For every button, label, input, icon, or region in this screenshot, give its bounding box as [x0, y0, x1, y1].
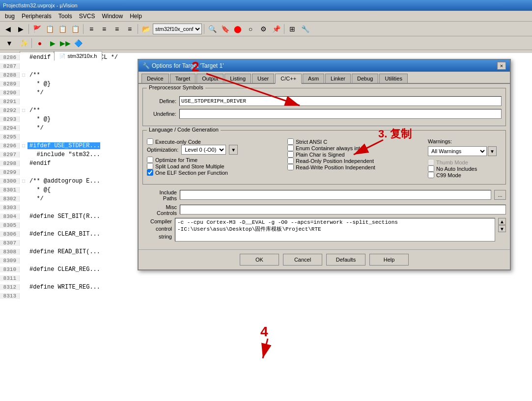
back-button[interactable]: ◀ [2, 23, 14, 35]
line-number: 8292 [0, 107, 20, 113]
misc-controls-input[interactable] [180, 205, 506, 214]
menu-tools[interactable]: Tools [56, 12, 75, 21]
align-button-2[interactable]: ≡ [98, 23, 110, 35]
stm32-icon: 📄 [59, 53, 65, 59]
preprocessor-group: Preprocessor Symbols Define: Undefine: [142, 88, 506, 126]
flag-button[interactable]: 🚩 [31, 23, 43, 35]
plain-char-checkbox[interactable] [287, 151, 294, 158]
line-number: 8288 [0, 72, 20, 78]
optimization-select[interactable]: Level 0 (-O0) [181, 145, 226, 155]
dialog-tab-debug[interactable]: Debug [352, 74, 378, 83]
line-number: 8308 [0, 249, 20, 255]
menu-bug[interactable]: bug [2, 12, 18, 21]
menu-peripherals[interactable]: Peripherals [19, 12, 55, 21]
code-line: 8313 [0, 292, 532, 300]
c99-mode-checkbox[interactable] [428, 172, 434, 178]
enum-container-checkbox[interactable] [287, 145, 294, 151]
execute-only-checkbox[interactable] [147, 138, 153, 145]
align-button-3[interactable]: ≡ [111, 23, 123, 35]
line-number: 8310 [0, 267, 20, 272]
toolbar2-separator-1 [31, 38, 32, 48]
warnings-dropdown-btn[interactable]: ▼ [488, 146, 497, 156]
line-number: 8289 [0, 81, 20, 87]
misc-controls-row: MiscControls [142, 203, 506, 216]
layout-button[interactable]: ⊞ [286, 23, 298, 35]
enum-container-row: Enum Container always int [287, 145, 418, 151]
secondary-dropdown[interactable]: ▼ [2, 37, 17, 49]
optimize-time-checkbox[interactable] [147, 157, 153, 163]
c99-mode-row: C99 Mode [428, 172, 502, 178]
ok-button[interactable]: OK [240, 254, 279, 266]
warnings-select[interactable]: All Warnings [428, 146, 487, 156]
optimization-label: Optimization: [147, 147, 178, 153]
execute-only-label: Execute-only Code [155, 139, 201, 145]
tab-stm32f10x-h[interactable]: 📄 stm32f10x.h [54, 51, 102, 61]
dialog-tab-listing[interactable]: Listing [224, 74, 251, 83]
dialog-tab-c-c--[interactable]: C/C++ [275, 74, 302, 84]
cancel-button[interactable]: Cancel [283, 254, 322, 266]
bookmark-button[interactable]: 🔖 [219, 23, 231, 35]
search-button[interactable]: 🔍 [206, 23, 218, 35]
magic-button[interactable]: ✨ [18, 37, 29, 49]
dialog-tab-utilities[interactable]: Utilities [379, 74, 407, 83]
align-button-1[interactable]: ≡ [85, 23, 97, 35]
define-input[interactable] [179, 96, 502, 106]
split-load-checkbox[interactable] [147, 163, 153, 169]
file-dropdown[interactable]: stm32f10x_conf [153, 24, 202, 34]
menu-window[interactable]: Window [99, 12, 126, 21]
thumb-mode-checkbox[interactable] [428, 159, 434, 165]
line-content: */ [28, 125, 44, 132]
line-number: 8286 [0, 54, 20, 60]
compiler-scroll-up[interactable]: ▲ [498, 218, 506, 225]
strict-ansi-checkbox[interactable] [287, 138, 294, 145]
align-button-4[interactable]: ≡ [124, 23, 136, 35]
dialog-icon: 🔧 [142, 62, 150, 69]
one-elf-checkbox[interactable] [147, 169, 153, 176]
help-button[interactable]: Help [369, 254, 409, 266]
no-auto-includes-checkbox[interactable] [428, 165, 434, 172]
build-button-4[interactable]: 🔷 [72, 37, 84, 49]
dialog-tab-output[interactable]: Output [196, 74, 224, 83]
compiler-scroll-down[interactable]: ▼ [498, 225, 506, 232]
compiler-line-2: -IC:\Users\asus\Desktop\固件库模板\Project\RT… [177, 225, 493, 233]
toolbar-separator-5 [284, 24, 284, 34]
forward-button[interactable]: ▶ [15, 23, 27, 35]
copy-button-2[interactable]: 📋 [56, 23, 68, 35]
toolbar-main: ◀ ▶ 🚩 📋 📋 📋 ≡ ≡ ≡ ≡ 📂 stm32f10x_conf 🔍 🔖… [0, 22, 532, 36]
copy-button-1[interactable]: 📋 [44, 23, 56, 35]
file-icon-button[interactable]: 📂 [140, 23, 152, 35]
line-content: #define READ_BIT(... [28, 248, 100, 255]
build-button-2[interactable]: ▶ [47, 37, 58, 49]
defaults-button[interactable]: Defaults [326, 254, 365, 266]
include-paths-browse-btn[interactable]: ... [494, 190, 506, 200]
optimize-time-row: Optimize for Time [147, 157, 278, 163]
dialog-tab-user[interactable]: User [252, 74, 274, 83]
dialog-tab-target[interactable]: Target [170, 74, 196, 83]
read-only-pos-checkbox[interactable] [287, 158, 294, 164]
menu-help[interactable]: Help [127, 12, 145, 21]
pin-button[interactable]: 📌 [270, 23, 282, 35]
settings-button[interactable]: ⚙ [257, 23, 269, 35]
dialog-tab-device[interactable]: Device [141, 74, 169, 83]
copy-button-3[interactable]: 📋 [69, 23, 81, 35]
dialog-tab-asm[interactable]: Asm [303, 74, 324, 83]
include-paths-input[interactable] [180, 190, 491, 200]
stop-button[interactable]: ⬤ [232, 23, 244, 35]
warnings-column: Warnings: All Warnings ▼ Thumb Mode No A… [428, 138, 502, 178]
line-number: 8302 [0, 196, 20, 202]
circle-button[interactable]: ○ [245, 23, 256, 35]
dialog-tab-linker[interactable]: Linker [325, 74, 351, 83]
misc-controls-label: MiscControls [142, 203, 177, 216]
build-button-1[interactable]: ● [34, 37, 46, 49]
undefine-input[interactable] [179, 109, 502, 119]
line-number: 8291 [0, 99, 20, 105]
wrench-button[interactable]: 🔧 [299, 23, 311, 35]
line-number: 8294 [0, 125, 20, 131]
menu-svcs[interactable]: SVCS [76, 12, 98, 21]
no-auto-includes-row: No Auto Includes [428, 165, 502, 172]
read-only-pos-label: Read-Only Position Independent [296, 158, 374, 164]
optimization-dropdown-btn[interactable]: ▼ [229, 145, 238, 155]
read-write-pos-checkbox[interactable] [287, 164, 294, 170]
dialog-close-button[interactable]: × [497, 62, 506, 70]
build-button-3[interactable]: ▶▶ [59, 37, 71, 49]
